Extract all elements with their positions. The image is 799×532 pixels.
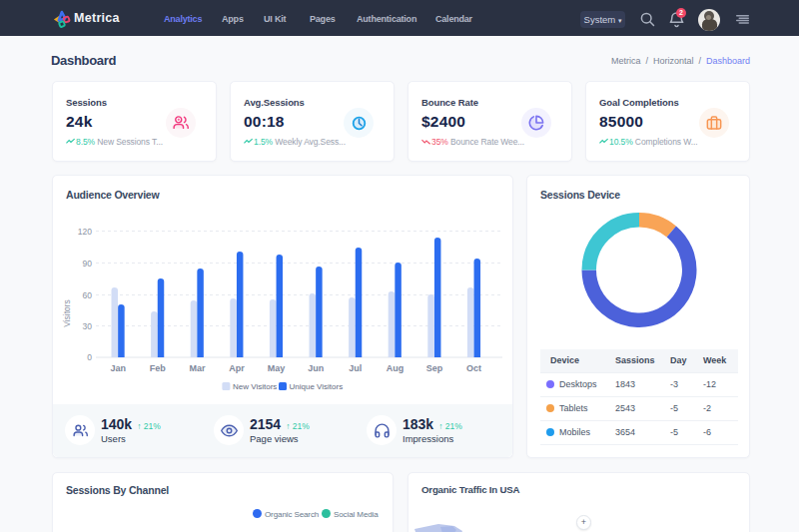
svg-text:Aug: Aug bbox=[387, 363, 404, 373]
svg-text:Sep: Sep bbox=[426, 363, 443, 373]
svg-text:Jul: Jul bbox=[349, 363, 362, 373]
svg-text:Apr: Apr bbox=[229, 363, 245, 373]
svg-text:May: May bbox=[268, 363, 286, 373]
svg-text:90: 90 bbox=[83, 259, 93, 268]
svg-text:60: 60 bbox=[83, 290, 93, 300]
svg-text:Feb: Feb bbox=[150, 363, 167, 373]
svg-text:Jun: Jun bbox=[308, 363, 324, 373]
svg-text:New Visitors: New Visitors bbox=[233, 382, 277, 391]
svg-text:Jan: Jan bbox=[110, 363, 126, 373]
svg-text:30: 30 bbox=[83, 321, 93, 331]
svg-text:120: 120 bbox=[78, 227, 92, 237]
svg-text:0: 0 bbox=[87, 352, 92, 362]
svg-text:Visitors: Visitors bbox=[62, 299, 72, 327]
svg-text:Mar: Mar bbox=[189, 363, 206, 373]
svg-text:Oct: Oct bbox=[466, 363, 481, 373]
svg-text:Unique Visitors: Unique Visitors bbox=[290, 382, 344, 391]
